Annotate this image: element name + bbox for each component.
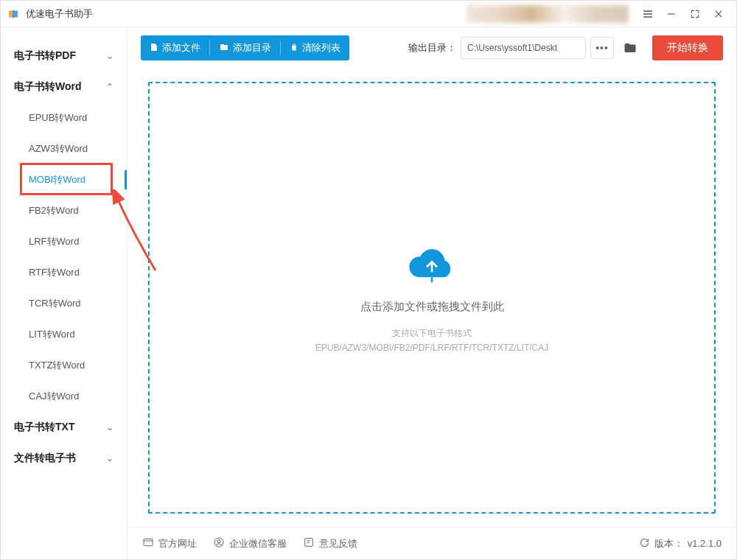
cloud-upload-icon bbox=[406, 242, 458, 287]
app-window: 优速电子书助手 电子书转PDF ⌄ 电子书转Word ⌃ EPUB转W bbox=[0, 0, 737, 560]
sidebar-item-txtz[interactable]: TXTZ转Word bbox=[1, 350, 127, 381]
chevron-up-icon: ⌃ bbox=[106, 82, 113, 92]
sidebar-item-lit[interactable]: LIT转Word bbox=[1, 319, 127, 350]
sidebar-group-label: 电子书转PDF bbox=[14, 49, 76, 63]
sidebar: 电子书转PDF ⌄ 电子书转Word ⌃ EPUB转Word AZW3转Word… bbox=[1, 27, 128, 559]
refresh-icon bbox=[639, 537, 650, 550]
menu-button[interactable] bbox=[636, 4, 660, 24]
headset-icon bbox=[213, 536, 225, 550]
output-dir-path[interactable]: C:\Users\yssoft1\Deskt bbox=[461, 37, 586, 59]
chevron-down-icon: ⌄ bbox=[106, 51, 113, 61]
sidebar-item-mobi[interactable]: MOBI转Word bbox=[1, 164, 127, 195]
version-info[interactable]: 版本： v1.2.1.0 bbox=[639, 537, 722, 550]
app-title: 优速电子书助手 bbox=[26, 7, 93, 21]
dropzone[interactable]: 点击添加文件或拖拽文件到此 支持以下电子书格式 EPUB/AZW3/MOBI/F… bbox=[148, 82, 716, 514]
trash-icon bbox=[290, 42, 298, 55]
minimize-button[interactable] bbox=[660, 4, 683, 24]
app-icon bbox=[7, 7, 20, 21]
sidebar-item-lrf[interactable]: LRF转Word bbox=[1, 226, 127, 257]
sidebar-group-file[interactable]: 文件转电子书 ⌄ bbox=[1, 443, 127, 474]
sidebar-group-label: 电子书转Word bbox=[14, 80, 82, 94]
support-link[interactable]: 企业微信客服 bbox=[213, 536, 287, 550]
start-convert-button[interactable]: 开始转换 bbox=[652, 35, 723, 60]
fullscreen-button[interactable] bbox=[683, 4, 707, 24]
dropzone-text-sub2: EPUB/AZW3/MOBI/FB2/PDF/LRF/RTF/TCR/TXTZ/… bbox=[315, 343, 548, 353]
feedback-link[interactable]: 意见反馈 bbox=[303, 536, 357, 550]
clear-list-button[interactable]: 清除列表 bbox=[281, 35, 349, 60]
close-button[interactable] bbox=[707, 4, 730, 24]
sidebar-group-label: 电子书转TXT bbox=[14, 421, 74, 434]
sidebar-group-txt[interactable]: 电子书转TXT ⌄ bbox=[1, 412, 127, 443]
action-button-group: 添加文件 添加目录 清除列表 bbox=[141, 35, 349, 60]
globe-icon bbox=[142, 536, 154, 550]
sidebar-item-rtf[interactable]: RTF转Word bbox=[1, 257, 127, 288]
titlebar-user-area bbox=[467, 5, 629, 23]
titlebar: 优速电子书助手 bbox=[1, 1, 736, 27]
open-folder-button[interactable] bbox=[618, 37, 642, 59]
sidebar-group-word[interactable]: 电子书转Word ⌃ bbox=[1, 71, 127, 102]
browse-button[interactable]: ••• bbox=[590, 37, 614, 59]
dropzone-text-main: 点击添加文件或拖拽文件到此 bbox=[360, 300, 504, 314]
sidebar-item-azw3[interactable]: AZW3转Word bbox=[1, 133, 127, 164]
svg-rect-0 bbox=[144, 539, 153, 545]
sidebar-group-pdf[interactable]: 电子书转PDF ⌄ bbox=[1, 41, 127, 71]
sidebar-item-fb2[interactable]: FB2转Word bbox=[1, 195, 127, 226]
feedback-icon bbox=[303, 536, 315, 550]
statusbar: 官方网址 企业微信客服 意见反馈 版本： v1.2.1.0 bbox=[128, 527, 736, 559]
sidebar-item-epub[interactable]: EPUB转Word bbox=[1, 102, 127, 133]
folder-icon bbox=[219, 43, 229, 54]
chevron-down-icon: ⌄ bbox=[106, 422, 113, 433]
add-file-button[interactable]: 添加文件 bbox=[141, 35, 209, 60]
content-area: 点击添加文件或拖拽文件到此 支持以下电子书格式 EPUB/AZW3/MOBI/F… bbox=[128, 69, 736, 527]
official-link[interactable]: 官方网址 bbox=[142, 536, 197, 550]
main-panel: 添加文件 添加目录 清除列表 输出目录： C:\Users\yssoft1\D bbox=[128, 27, 736, 559]
dropzone-text-sub1: 支持以下电子书格式 bbox=[392, 327, 472, 340]
add-dir-button[interactable]: 添加目录 bbox=[210, 35, 280, 60]
sidebar-item-tcr[interactable]: TCR转Word bbox=[1, 288, 127, 319]
svg-point-2 bbox=[217, 540, 220, 543]
svg-rect-3 bbox=[305, 539, 313, 547]
sidebar-item-caj[interactable]: CAJ转Word bbox=[1, 381, 127, 412]
chevron-down-icon: ⌄ bbox=[106, 453, 113, 463]
toolbar: 添加文件 添加目录 清除列表 输出目录： C:\Users\yssoft1\D bbox=[128, 27, 736, 69]
output-dir-label: 输出目录： bbox=[408, 41, 456, 55]
file-icon bbox=[150, 42, 158, 55]
sidebar-group-label: 文件转电子书 bbox=[14, 452, 76, 465]
